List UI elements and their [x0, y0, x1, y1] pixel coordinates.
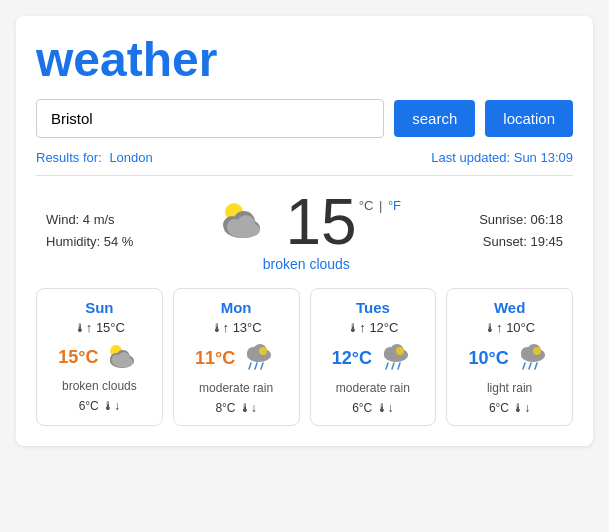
meta-row: Results for: London Last updated: Sun 13…	[36, 150, 573, 176]
forecast-icon-temp: 12°C	[319, 341, 428, 375]
temp-units: °C | °F	[359, 198, 401, 213]
forecast-high: 🌡↑ 10°C	[455, 320, 564, 335]
condition-label: broken clouds	[263, 256, 350, 272]
celsius-unit[interactable]: °C	[359, 198, 374, 213]
forecast-day: Mon	[182, 299, 291, 316]
forecast-condition: moderate rain	[182, 381, 291, 395]
forecast-weather-icon	[378, 341, 414, 375]
forecast-low: 8°C 🌡↓	[182, 401, 291, 415]
fahrenheit-unit[interactable]: °F	[388, 198, 401, 213]
forecast-card: Tues 🌡↑ 12°C 12°C moderate rain 6°C 🌡↓	[310, 288, 437, 426]
svg-point-6	[237, 215, 255, 233]
forecast-current-temp: 11°C	[195, 348, 235, 369]
forecast-day: Tues	[319, 299, 428, 316]
temp-value: 15	[286, 190, 357, 254]
forecast-low: 6°C 🌡↓	[455, 401, 564, 415]
sun-times: Sunrise: 06:18 Sunset: 19:45	[479, 209, 563, 253]
wind-humidity: Wind: 4 m/s Humidity: 54 %	[46, 209, 133, 253]
search-input[interactable]	[36, 99, 384, 138]
location-button[interactable]: location	[485, 100, 573, 137]
forecast-icon-temp: 15°C	[45, 341, 154, 373]
search-row: search location	[36, 99, 573, 138]
forecast-condition: broken clouds	[45, 379, 154, 393]
svg-line-19	[255, 363, 257, 369]
forecast-condition: moderate rain	[319, 381, 428, 395]
temperature-display: 15 °C | °F	[286, 190, 402, 254]
forecast-current-temp: 12°C	[332, 348, 372, 369]
forecast-high: 🌡↑ 12°C	[319, 320, 428, 335]
sunrise: Sunrise: 06:18	[479, 209, 563, 231]
forecast-condition: light rain	[455, 381, 564, 395]
svg-line-18	[249, 363, 251, 369]
weather-icon	[212, 196, 272, 248]
svg-line-26	[392, 363, 394, 369]
wind-value: Wind: 4 m/s	[46, 209, 133, 231]
svg-line-34	[535, 363, 537, 369]
page-title: weather	[36, 32, 573, 87]
forecast-weather-icon	[241, 341, 277, 375]
weather-app: weather search location Results for: Lon…	[16, 16, 593, 446]
forecast-low: 6°C 🌡↓	[45, 399, 154, 413]
results-city: London	[109, 150, 152, 165]
svg-point-24	[396, 347, 404, 355]
forecast-card: Wed 🌡↑ 10°C 10°C light rain 6°C 🌡↓	[446, 288, 573, 426]
forecast-weather-icon	[104, 341, 140, 373]
forecast-current-temp: 15°C	[58, 347, 98, 368]
results-for: Results for: London	[36, 150, 153, 165]
sunset: Sunset: 19:45	[479, 231, 563, 253]
forecast-day: Sun	[45, 299, 154, 316]
search-button[interactable]: search	[394, 100, 475, 137]
forecast-low: 6°C 🌡↓	[319, 401, 428, 415]
forecast-weather-icon	[515, 341, 551, 375]
forecast-high: 🌡↑ 13°C	[182, 320, 291, 335]
forecast-icon-temp: 10°C	[455, 341, 564, 375]
humidity-value: Humidity: 54 %	[46, 231, 133, 253]
svg-line-32	[523, 363, 525, 369]
current-center: 15 °C | °F broken clouds	[212, 190, 402, 272]
forecast-icon-temp: 11°C	[182, 341, 291, 375]
current-weather: Wind: 4 m/s Humidity: 54 %	[36, 190, 573, 272]
forecast-row: Sun 🌡↑ 15°C 15°C broken clouds 6°C 🌡↓	[36, 288, 573, 426]
svg-point-31	[533, 347, 541, 355]
svg-line-33	[529, 363, 531, 369]
svg-point-17	[259, 347, 267, 355]
forecast-day: Wed	[455, 299, 564, 316]
svg-line-20	[261, 363, 263, 369]
svg-line-25	[386, 363, 388, 369]
svg-line-27	[398, 363, 400, 369]
last-updated: Last updated: Sun 13:09	[431, 150, 573, 165]
forecast-card: Sun 🌡↑ 15°C 15°C broken clouds 6°C 🌡↓	[36, 288, 163, 426]
forecast-high: 🌡↑ 15°C	[45, 320, 154, 335]
svg-point-13	[118, 352, 130, 364]
forecast-card: Mon 🌡↑ 13°C 11°C moderate rain 8°C 🌡↓	[173, 288, 300, 426]
forecast-current-temp: 10°C	[469, 348, 509, 369]
